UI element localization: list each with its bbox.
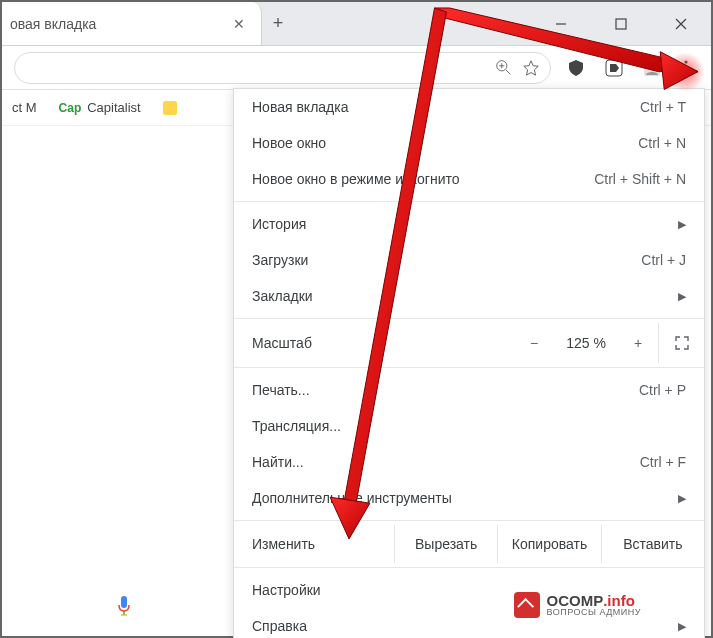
menu-new-tab[interactable]: Новая вкладка Ctrl + T xyxy=(234,89,704,125)
profile-extension-icon[interactable] xyxy=(641,57,663,79)
browser-window: овая вкладка ✕ + xyxy=(0,0,713,638)
new-tab-button[interactable]: + xyxy=(262,2,294,45)
menu-separator xyxy=(234,318,704,319)
bookmark-star-icon[interactable] xyxy=(522,59,540,77)
close-icon[interactable]: ✕ xyxy=(229,14,249,34)
window-controls xyxy=(531,2,711,45)
voice-search[interactable] xyxy=(12,586,172,626)
svg-marker-8 xyxy=(524,60,538,74)
zoom-out-button[interactable]: − xyxy=(514,335,554,351)
toolbar xyxy=(2,46,711,90)
copy-button[interactable]: Копировать xyxy=(497,525,600,563)
menu-cast[interactable]: Трансляция... xyxy=(234,408,704,444)
bookmark-item[interactable] xyxy=(163,101,177,115)
menu-downloads[interactable]: Загрузки Ctrl + J xyxy=(234,242,704,278)
watermark-title: OCOMP.info xyxy=(546,593,641,608)
tab-title: овая вкладка xyxy=(10,16,219,32)
zoom-value: 125 % xyxy=(554,335,618,351)
maximize-button[interactable] xyxy=(591,2,651,45)
shield-extension-icon[interactable] xyxy=(565,57,587,79)
menu-zoom: Масштаб − 125 % + xyxy=(234,323,704,363)
svg-point-11 xyxy=(649,63,655,69)
tag-extension-icon[interactable] xyxy=(603,57,625,79)
chevron-right-icon: ▶ xyxy=(678,218,686,231)
omnibox[interactable] xyxy=(14,52,551,84)
bookmark-label: Capitalist xyxy=(87,100,140,115)
main-menu: Новая вкладка Ctrl + T Новое окно Ctrl +… xyxy=(233,88,705,638)
microphone-icon xyxy=(116,595,132,617)
menu-separator xyxy=(234,520,704,521)
titlebar: овая вкладка ✕ + xyxy=(2,2,711,46)
menu-more-tools[interactable]: Дополнительные инструменты ▶ xyxy=(234,480,704,516)
paste-button[interactable]: Вставить xyxy=(601,525,704,563)
menu-print[interactable]: Печать... Ctrl + P xyxy=(234,372,704,408)
more-menu-button[interactable] xyxy=(673,55,699,81)
fullscreen-button[interactable] xyxy=(658,323,704,363)
watermark: OCOMP.info ВОПРОСЫ АДМИНУ xyxy=(508,588,651,622)
bookmark-label: ct M xyxy=(12,100,37,115)
minimize-button[interactable] xyxy=(531,2,591,45)
svg-rect-15 xyxy=(121,596,127,608)
menu-bookmarks[interactable]: Закладки ▶ xyxy=(234,278,704,314)
menu-new-incognito[interactable]: Новое окно в режиме инкогнито Ctrl + Shi… xyxy=(234,161,704,197)
watermark-subtitle: ВОПРОСЫ АДМИНУ xyxy=(546,608,641,617)
bookmark-item[interactable]: Cap Capitalist xyxy=(59,100,141,115)
menu-new-window[interactable]: Новое окно Ctrl + N xyxy=(234,125,704,161)
folder-icon xyxy=(163,101,177,115)
extension-icons xyxy=(551,57,663,79)
menu-separator xyxy=(234,567,704,568)
cut-button[interactable]: Вырезать xyxy=(394,525,497,563)
watermark-logo-icon xyxy=(514,592,540,618)
menu-find[interactable]: Найти... Ctrl + F xyxy=(234,444,704,480)
zoom-indicator-icon[interactable] xyxy=(494,59,512,77)
menu-edit-row: Изменить Вырезать Копировать Вставить xyxy=(234,525,704,563)
svg-line-5 xyxy=(506,70,510,74)
chevron-right-icon: ▶ xyxy=(678,492,686,505)
menu-separator xyxy=(234,201,704,202)
chevron-right-icon: ▶ xyxy=(678,290,686,303)
svg-point-12 xyxy=(684,60,687,63)
close-window-button[interactable] xyxy=(651,2,711,45)
bookmark-item[interactable]: ct M xyxy=(12,100,37,115)
svg-point-14 xyxy=(684,72,687,75)
cap-icon: Cap xyxy=(59,101,82,115)
menu-history[interactable]: История ▶ xyxy=(234,206,704,242)
svg-point-13 xyxy=(684,66,687,69)
chevron-right-icon: ▶ xyxy=(678,620,686,633)
zoom-in-button[interactable]: + xyxy=(618,335,658,351)
menu-separator xyxy=(234,367,704,368)
svg-rect-1 xyxy=(616,19,626,29)
tab-current[interactable]: овая вкладка ✕ xyxy=(2,2,262,45)
